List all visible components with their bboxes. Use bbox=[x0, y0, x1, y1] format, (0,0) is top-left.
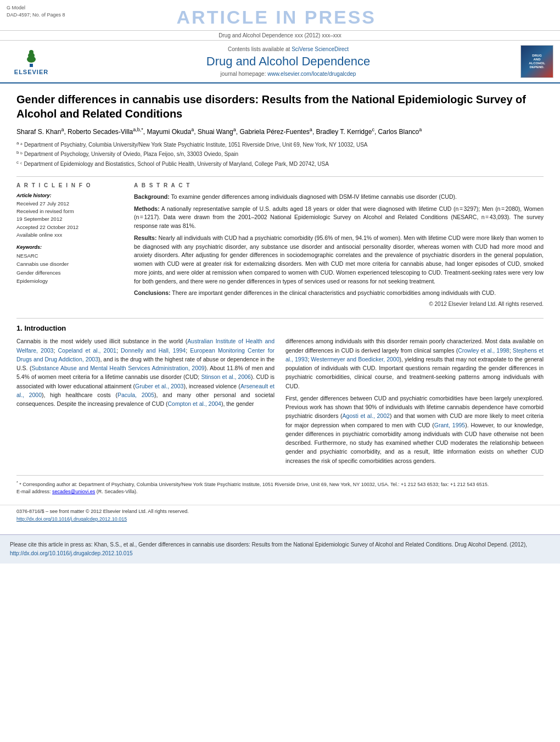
elsevier-text: ELSEVIER bbox=[14, 69, 48, 75]
journal-header: ELSEVIER Contents lists available at Sci… bbox=[0, 41, 560, 83]
ref-agosti[interactable]: Agosti et al., 2002 bbox=[343, 412, 390, 419]
abstract-background: Background: To examine gender difference… bbox=[134, 193, 544, 202]
sciverse-line: Contents lists available at SciVerse Sci… bbox=[56, 46, 520, 52]
doi-link[interactable]: http://dx.doi.org/10.1016/j.drugalcdep.2… bbox=[16, 516, 127, 522]
ref-compton[interactable]: Compton et al., 2004 bbox=[167, 400, 221, 407]
affiliation-a: a ᵃ Department of Psychiatry, Columbia U… bbox=[16, 140, 544, 149]
history-received: Received 27 July 2012 bbox=[16, 200, 121, 208]
header-top: G Model DAD-4597; No. of Pages 8 ARTICLE… bbox=[0, 0, 560, 31]
affiliation-b: b ᵇ Department of Psychology, University… bbox=[16, 149, 544, 159]
authors-line: Sharaf S. Khana, Roberto Secades-Villaa,… bbox=[16, 126, 544, 137]
ref-gruber[interactable]: Gruber et al., 2003 bbox=[135, 383, 183, 389]
dad-label: DAD-4597; No. of Pages 8 bbox=[7, 12, 65, 19]
keywords-section: Keywords: NESARC Cannabis use disorder G… bbox=[16, 244, 121, 285]
doi-line: Drug and Alcohol Dependence xxx (2012) x… bbox=[219, 32, 341, 38]
main-content: Gender differences in cannabis use disor… bbox=[0, 83, 560, 505]
ref-copeland[interactable]: Copeland et al., 2001 bbox=[58, 347, 116, 354]
footnote-star: * * Corresponding author at: Department … bbox=[16, 480, 544, 489]
abstract-text: Background: To examine gender difference… bbox=[134, 193, 544, 298]
body-col-left: Cannabis is the most widely used illicit… bbox=[16, 337, 275, 468]
elsevier-tree-icon bbox=[18, 48, 45, 68]
ref-donnelly[interactable]: Donnelly and Hall, 1994 bbox=[121, 347, 186, 354]
email-link[interactable]: secades@uniovi.es bbox=[52, 489, 95, 494]
kw-epidemiology: Epidemiology bbox=[16, 277, 121, 285]
history-revised-date: 19 September 2012 bbox=[16, 215, 121, 223]
article-history: Article history: Received 27 July 2012 R… bbox=[16, 193, 121, 239]
history-online: Available online xxx bbox=[16, 231, 121, 239]
body-two-col: Cannabis is the most widely used illicit… bbox=[16, 337, 544, 468]
footer-bar: Please cite this article in press as: Kh… bbox=[0, 534, 560, 564]
doi-bottom: http://dx.doi.org/10.1016/j.drugalcdep.2… bbox=[16, 515, 544, 523]
cite-text: Please cite this article in press as: Kh… bbox=[10, 542, 527, 548]
intro-p2: differences among individuals with this … bbox=[285, 337, 544, 390]
article-info-abstract: A R T I C L E I N F O Article history: R… bbox=[16, 182, 544, 307]
history-revised-label: Received in revised form bbox=[16, 208, 121, 215]
ref-grant[interactable]: Grant, 1995 bbox=[434, 422, 465, 428]
ref-samhsa[interactable]: Substance Abuse and Mental Health Servic… bbox=[31, 365, 204, 371]
kw-cud: Cannabis use disorder bbox=[16, 260, 121, 268]
history-label: Article history: bbox=[16, 193, 121, 198]
divider-2 bbox=[16, 318, 544, 319]
cite-doi-link[interactable]: http://dx.doi.org/10.1016/j.drugalcdep.2… bbox=[10, 550, 133, 556]
article-title: Gender differences in cannabis use disor… bbox=[16, 92, 544, 121]
bottom-info: 0376-8716/$ – see front matter © 2012 El… bbox=[0, 505, 560, 526]
affiliations: a ᵃ Department of Psychiatry, Columbia U… bbox=[16, 140, 544, 169]
ref-pacula[interactable]: Pacula, 2005 bbox=[117, 392, 154, 398]
kw-nesarc: NESARC bbox=[16, 252, 121, 260]
issn-line: 0376-8716/$ – see front matter © 2012 El… bbox=[16, 507, 544, 515]
sciverse-link[interactable]: SciVerse ScienceDirect bbox=[292, 46, 349, 52]
abstract-panel: A B S T R A C T Background: To examine g… bbox=[134, 182, 544, 307]
homepage-line: journal homepage: www.elsevier.com/locat… bbox=[56, 71, 520, 77]
journal-title: Drug and Alcohol Dependence bbox=[56, 54, 520, 69]
ref-westermeyer[interactable]: Westermeyer and Boedicker, 2000 bbox=[311, 356, 399, 362]
history-accepted: Accepted 22 October 2012 bbox=[16, 224, 121, 231]
divider-1 bbox=[16, 176, 544, 177]
svg-rect-0 bbox=[30, 64, 33, 67]
ref-stinson[interactable]: Stinson et al., 2006 bbox=[201, 373, 251, 380]
ref-crowley[interactable]: Crowley et al., 1998 bbox=[458, 347, 509, 354]
body-col-right: differences among individuals with this … bbox=[285, 337, 544, 468]
intro-p1: Cannabis is the most widely used illicit… bbox=[16, 337, 275, 408]
gmodel-label: G Model bbox=[7, 4, 65, 12]
footnote-email: E-mail address: secades@uniovi.es (R. Se… bbox=[16, 488, 544, 496]
elsevier-logo: ELSEVIER bbox=[7, 48, 56, 75]
keywords-label: Keywords: bbox=[16, 244, 121, 250]
article-info-heading: A R T I C L E I N F O bbox=[16, 182, 121, 188]
intro-p3: First, gender differences between CUD an… bbox=[285, 394, 544, 465]
article-in-press-banner: ARTICLE IN PRESS bbox=[65, 4, 488, 28]
gmodel-info: G Model DAD-4597; No. of Pages 8 bbox=[7, 4, 65, 18]
abstract-heading: A B S T R A C T bbox=[134, 182, 544, 188]
affiliation-c: c ᶜ Department of Epidemiology and Biost… bbox=[16, 159, 544, 169]
journal-thumbnail: DRUGANDALCOHOLDEPEND. bbox=[520, 45, 553, 78]
homepage-link[interactable]: www.elsevier.com/locate/drugalcdep bbox=[267, 71, 356, 77]
footnotes: * * Corresponding author at: Department … bbox=[16, 475, 544, 496]
copyright-line: © 2012 Elsevier Ireland Ltd. All rights … bbox=[134, 301, 544, 307]
kw-gender: Gender differences bbox=[16, 269, 121, 277]
abstract-results: Results: Nearly all individuals with CUD… bbox=[134, 234, 544, 286]
introduction-heading: 1. Introduction bbox=[16, 324, 544, 332]
svg-point-3 bbox=[29, 50, 33, 54]
journal-center: Contents lists available at SciVerse Sci… bbox=[56, 46, 520, 77]
abstract-methods: Methods: A nationally representative sam… bbox=[134, 205, 544, 231]
article-info-panel: A R T I C L E I N F O Article history: R… bbox=[16, 182, 121, 307]
abstract-conclusions: Conclusions: There are important gender … bbox=[134, 289, 544, 298]
